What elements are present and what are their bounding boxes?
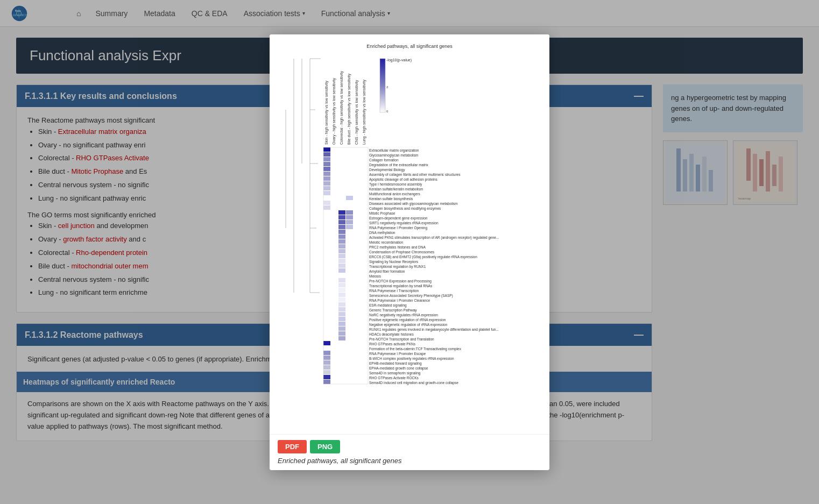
svg-rect-297 xyxy=(361,322,368,326)
svg-rect-96 xyxy=(323,186,330,190)
modal-overlay[interactable]: Enriched pathways, all significant genes xyxy=(0,0,819,463)
svg-rect-318 xyxy=(361,336,368,340)
svg-rect-278 xyxy=(323,312,330,316)
svg-rect-41 xyxy=(331,147,338,152)
svg-rect-238 xyxy=(338,283,345,287)
svg-rect-292 xyxy=(323,322,330,326)
svg-rect-178 xyxy=(361,239,368,244)
svg-rect-248 xyxy=(361,288,368,292)
svg-rect-366 xyxy=(354,370,361,374)
svg-text:Keratan sulfate biosynthesis: Keratan sulfate biosynthesis xyxy=(369,197,413,201)
svg-text:Sema4D in semaphorin signaling: Sema4D in semaphorin signaling xyxy=(369,371,421,375)
svg-rect-127 xyxy=(346,205,353,210)
svg-rect-323 xyxy=(346,341,353,345)
svg-rect-203 xyxy=(338,259,345,263)
svg-rect-128 xyxy=(354,205,361,210)
svg-rect-70 xyxy=(338,167,345,171)
svg-rect-210 xyxy=(338,264,345,268)
svg-rect-155 xyxy=(346,225,353,229)
svg-rect-234 xyxy=(361,278,368,282)
svg-rect-351 xyxy=(346,360,353,365)
svg-rect-376 xyxy=(323,380,330,384)
svg-rect-241 xyxy=(361,283,368,287)
svg-rect-105 xyxy=(338,191,345,195)
svg-rect-187 xyxy=(323,249,330,253)
svg-text:Collagen biosynthesis and modi: Collagen biosynthesis and modifying enzy… xyxy=(369,207,441,211)
pdf-download-button[interactable]: PDF xyxy=(278,440,307,453)
png-download-button[interactable]: PNG xyxy=(310,440,340,453)
svg-rect-69 xyxy=(331,167,338,171)
svg-text:Formation of the beta-catenin:: Formation of the beta-catenin:TCF Transa… xyxy=(369,347,462,351)
svg-text:Degradation of the extracellul: Degradation of the extracellular matrix xyxy=(369,163,429,167)
svg-rect-232 xyxy=(346,278,353,282)
svg-rect-330 xyxy=(346,346,353,350)
svg-rect-274 xyxy=(346,307,353,311)
svg-rect-36 xyxy=(380,59,385,112)
svg-rect-201 xyxy=(323,259,330,263)
svg-rect-120 xyxy=(346,201,353,205)
svg-rect-365 xyxy=(346,370,353,374)
svg-rect-357 xyxy=(338,365,345,370)
svg-text:EPHA-mediated growth cone coll: EPHA-mediated growth cone collapse xyxy=(369,366,428,371)
svg-rect-372 xyxy=(346,375,353,379)
svg-rect-285 xyxy=(323,317,330,321)
svg-rect-303 xyxy=(354,326,361,331)
svg-rect-181 xyxy=(331,244,338,249)
svg-rect-295 xyxy=(346,322,353,326)
svg-rect-311 xyxy=(361,331,368,336)
svg-rect-378 xyxy=(338,380,345,384)
svg-rect-199 xyxy=(361,254,368,258)
svg-rect-231 xyxy=(338,278,345,282)
svg-rect-135 xyxy=(354,210,361,215)
svg-rect-216 xyxy=(331,268,338,273)
svg-rect-98 xyxy=(338,186,345,190)
svg-rect-336 xyxy=(338,351,345,355)
svg-rect-217 xyxy=(338,268,345,273)
svg-rect-247 xyxy=(354,288,361,292)
svg-rect-334 xyxy=(323,351,330,355)
svg-rect-275 xyxy=(354,307,361,311)
svg-rect-197 xyxy=(346,254,353,258)
svg-rect-355 xyxy=(323,365,330,370)
svg-rect-283 xyxy=(361,312,368,316)
svg-rect-61 xyxy=(323,162,330,166)
svg-rect-320 xyxy=(323,341,330,345)
svg-rect-313 xyxy=(323,336,330,340)
svg-rect-145 xyxy=(323,220,330,224)
svg-rect-66 xyxy=(361,162,368,166)
svg-rect-156 xyxy=(354,225,361,229)
svg-text:Skin - high sensitivity vs low: Skin - high sensitivity vs low sensitivi… xyxy=(324,80,329,145)
svg-rect-173 xyxy=(323,239,330,244)
svg-rect-150 xyxy=(361,220,368,224)
svg-rect-290 xyxy=(361,317,368,321)
svg-rect-104 xyxy=(331,191,338,195)
svg-rect-129 xyxy=(361,205,368,210)
svg-text:Senescence-Associated Secretor: Senescence-Associated Secretory Phenotyp… xyxy=(369,294,453,298)
svg-rect-62 xyxy=(331,162,338,166)
svg-rect-126 xyxy=(338,205,345,210)
svg-text:Type I hemidesmosome assembly: Type I hemidesmosome assembly xyxy=(369,182,422,187)
svg-rect-380 xyxy=(354,380,361,384)
svg-rect-261 xyxy=(354,297,361,302)
svg-text:HDACs deacetylate histones: HDACs deacetylate histones xyxy=(369,332,414,337)
svg-rect-304 xyxy=(361,326,368,331)
svg-rect-246 xyxy=(346,288,353,292)
svg-rect-307 xyxy=(331,331,338,336)
svg-rect-321 xyxy=(331,341,338,345)
svg-rect-159 xyxy=(323,230,330,234)
svg-rect-47 xyxy=(323,152,330,157)
svg-rect-259 xyxy=(338,297,345,302)
svg-rect-114 xyxy=(354,196,361,200)
svg-rect-188 xyxy=(331,249,338,253)
svg-text:Apoptotic cleavage of cell adh: Apoptotic cleavage of cell adhesion prot… xyxy=(369,178,438,182)
svg-rect-358 xyxy=(346,365,353,370)
svg-rect-183 xyxy=(346,244,353,249)
svg-text:0: 0 xyxy=(386,110,389,113)
svg-rect-345 xyxy=(354,356,361,360)
svg-rect-279 xyxy=(331,312,338,316)
svg-rect-78 xyxy=(346,172,353,176)
svg-rect-57 xyxy=(346,157,353,161)
svg-text:RHO GTPases Activate ROCKs: RHO GTPases Activate ROCKs xyxy=(369,376,419,380)
svg-rect-350 xyxy=(338,360,345,365)
svg-text:Condensation of Prophase Chrom: Condensation of Prophase Chromosomes xyxy=(369,250,435,254)
